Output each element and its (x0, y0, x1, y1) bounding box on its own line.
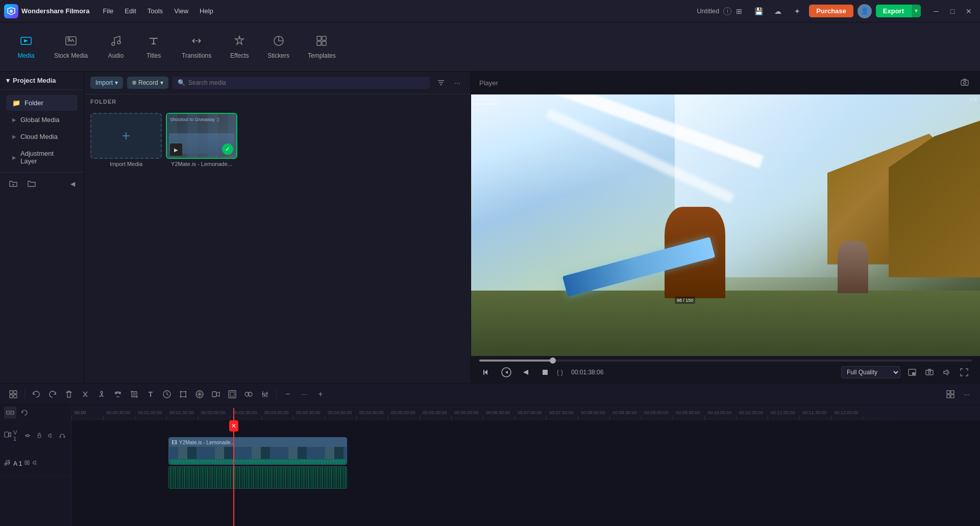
speed-button[interactable] (160, 387, 174, 401)
sidebar-collapse-button[interactable]: ◀ (67, 179, 78, 189)
media-panel: Import ▾ Record ▾ 🔍 ··· (84, 71, 471, 383)
media-item-label: Y2Mate.is - Lemonade... (166, 161, 237, 167)
media-item-video[interactable]: Shoutout to Giveaway :) ▶ ✓ Y2Mate.is - … (166, 113, 237, 379)
menu-tools[interactable]: Tools (142, 5, 168, 17)
ai-cutout-button[interactable] (241, 387, 256, 401)
redo-button[interactable] (45, 387, 60, 401)
undo-button[interactable] (29, 387, 43, 401)
camera-button[interactable] (922, 365, 937, 380)
menu-view[interactable]: View (169, 5, 193, 17)
audio-clip[interactable] (168, 466, 347, 489)
svg-rect-6 (317, 36, 321, 40)
menu-file[interactable]: File (97, 5, 118, 17)
video-track-eye-button[interactable] (23, 431, 32, 441)
import-button[interactable]: Import ▾ (90, 77, 123, 89)
timeline-toolbar: T − — + ··· (0, 384, 980, 405)
svg-rect-7 (322, 36, 326, 40)
video-track-headphone-button[interactable] (58, 431, 67, 441)
transitions-icon (190, 35, 203, 50)
progress-handle[interactable] (550, 357, 556, 364)
zoom-in-button[interactable]: + (313, 387, 328, 401)
toolbar-stock-media[interactable]: Stock Media (46, 31, 96, 63)
record-button[interactable]: Record ▾ (127, 77, 168, 89)
grid-view-button[interactable] (943, 387, 958, 401)
close-button[interactable]: ✕ (962, 4, 976, 18)
delete-button[interactable] (62, 387, 76, 401)
audio-track-icon (4, 459, 11, 468)
record-label: Record (138, 79, 158, 86)
compound-button[interactable] (225, 387, 239, 401)
purchase-button[interactable]: Purchase (809, 5, 853, 17)
export-button[interactable]: Export (876, 5, 911, 17)
sidebar-item-folder[interactable]: 📁 Folder (6, 95, 78, 111)
sidebar-project-media[interactable]: ▾ Project Media (0, 71, 84, 90)
play-button[interactable] (518, 365, 533, 380)
progress-bar[interactable] (479, 360, 972, 362)
timeline-tracks[interactable]: 00:00 00:00:30:00 00:01:00:00 00:01:30:0… (71, 405, 980, 526)
toolbar-templates[interactable]: Templates (300, 31, 344, 63)
export-dropdown-button[interactable]: ▾ (911, 5, 921, 17)
toolbar-audio[interactable]: Audio (98, 31, 134, 63)
minimize-button[interactable]: ─ (929, 4, 943, 18)
new-folder-button[interactable] (6, 177, 20, 191)
fullscreen-button[interactable] (957, 365, 972, 380)
save-project-icon[interactable]: 💾 (751, 4, 766, 19)
transform-button[interactable] (176, 387, 190, 401)
sync-button[interactable] (18, 407, 31, 419)
player-title: Player (479, 79, 498, 87)
sidebar-item-global-media[interactable]: ▶ Global Media (6, 112, 78, 128)
sidebar-item-adjustment-layer[interactable]: ▶ Adjustment Layer (6, 146, 78, 169)
video-track: 🎞 Y2Mate.is - Lemonade... (71, 436, 980, 466)
timeline-settings-button[interactable] (6, 387, 20, 401)
freeze-button[interactable] (192, 387, 207, 401)
video-track-lock-button[interactable] (35, 431, 44, 441)
add-track-button[interactable] (4, 407, 16, 419)
menu-help[interactable]: Help (194, 5, 218, 17)
maximize-button[interactable]: □ (945, 4, 960, 18)
record-dropdown-icon: ▾ (160, 79, 163, 86)
crop-button[interactable] (127, 387, 141, 401)
layout-icon[interactable]: ⊞ (731, 4, 747, 19)
media-grid: + Import Media Shoutout to Giveaway :) ▶ (84, 109, 471, 383)
toolbar-effects[interactable]: Effects (222, 31, 257, 63)
toolbar-stickers[interactable]: Stickers (259, 31, 298, 63)
audio-detach-button[interactable] (94, 387, 109, 401)
filter-icon[interactable] (434, 76, 448, 90)
cut-button[interactable] (78, 387, 92, 401)
step-back-button[interactable] (479, 365, 495, 380)
toolbar-transitions[interactable]: Transitions (174, 31, 219, 63)
audio-mixer-button[interactable] (258, 387, 272, 401)
cloud-upload-icon[interactable]: ☁ (770, 4, 786, 19)
quality-select[interactable]: Full Quality Half Quality Quarter Qualit… (841, 366, 900, 378)
sidebar-item-cloud-media[interactable]: ▶ Cloud Media (6, 129, 78, 145)
svg-rect-20 (14, 391, 17, 394)
import-media-item[interactable]: + Import Media (90, 113, 162, 379)
title-center: Untitled i (697, 7, 731, 15)
user-avatar[interactable]: 👤 (857, 4, 872, 18)
volume-button[interactable] (939, 365, 954, 380)
playhead[interactable]: ✕ (233, 420, 234, 526)
text-button[interactable]: T (143, 387, 158, 401)
stop-button[interactable] (537, 365, 553, 380)
zoom-out-button[interactable]: − (281, 387, 295, 401)
playhead-head[interactable]: ✕ (229, 420, 238, 432)
toolbar-media[interactable]: Media (8, 31, 44, 63)
more-options-icon[interactable]: ··· (450, 76, 464, 90)
picture-in-picture-button[interactable] (904, 365, 920, 380)
audio-track-mute-button[interactable] (32, 460, 38, 467)
multicam-button[interactable] (209, 387, 223, 401)
video-track-mute-button[interactable] (46, 431, 55, 441)
more-options-button[interactable]: ··· (960, 387, 974, 401)
menu-edit[interactable]: Edit (119, 5, 141, 17)
play-frame-back-button[interactable] (499, 365, 514, 380)
search-input[interactable] (188, 79, 425, 86)
ai-tools-icon[interactable]: ✦ (790, 4, 805, 19)
folder-icon: 📁 (12, 99, 20, 107)
open-folder-button[interactable] (24, 177, 39, 191)
audio-track-fold-button[interactable] (24, 460, 30, 467)
magnet-button[interactable] (111, 387, 125, 401)
clip-header: 🎞 Y2Mate.is - Lemonade... (169, 438, 347, 447)
toolbar-titles[interactable]: Titles (136, 31, 172, 63)
video-clip[interactable]: 🎞 Y2Mate.is - Lemonade... (168, 437, 347, 465)
player-screenshot-icon[interactable] (958, 76, 972, 90)
